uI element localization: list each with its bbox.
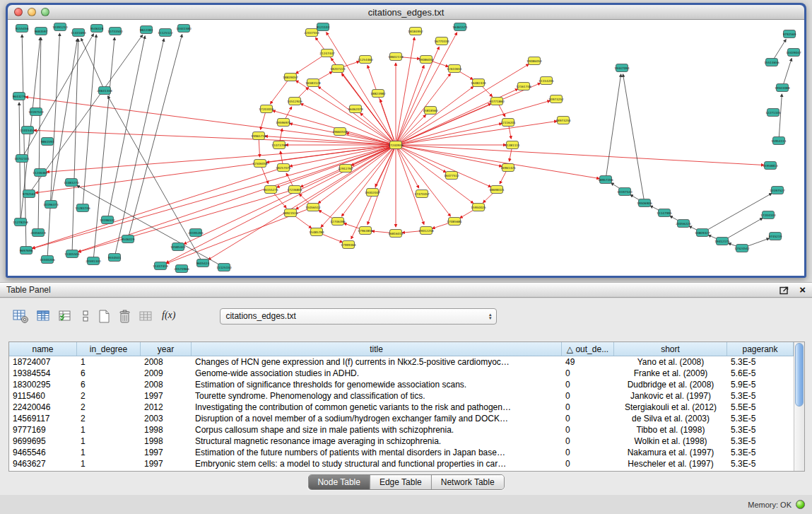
graph-node[interactable]: 9546328 <box>90 25 104 33</box>
graph-node[interactable]: 10441580 <box>176 25 192 33</box>
graph-node[interactable]: 17204103 <box>760 211 776 219</box>
graph-node[interactable]: 10197533 <box>28 108 44 116</box>
graph-edge[interactable] <box>83 35 96 208</box>
graph-node[interactable]: 9792569 <box>783 30 796 38</box>
graph-node[interactable]: 10340206 <box>40 256 55 264</box>
graph-edge[interactable] <box>22 34 94 158</box>
graph-node[interactable]: 16482434 <box>471 79 486 87</box>
graph-node[interactable]: 10771860 <box>489 98 505 105</box>
graph-edge[interactable] <box>273 110 396 145</box>
graph-node[interactable]: 20056224 <box>676 220 691 228</box>
graph-node[interactable]: 10197540 <box>617 188 632 196</box>
graph-node[interactable]: 9861593 <box>41 138 54 146</box>
graph-node[interactable]: 12912767 <box>338 165 353 173</box>
graph-node[interactable]: 9683597 <box>35 28 48 35</box>
graph-node[interactable]: 18957206 <box>598 176 613 184</box>
graph-node[interactable]: 11283746 <box>75 204 90 212</box>
table-row[interactable]: 977716911998Corpus callosum shape and si… <box>9 424 794 436</box>
graph-node[interactable]: 15485784 <box>309 228 324 236</box>
graph-node[interactable]: 18823982 <box>370 90 386 98</box>
memory-ok-indicator-icon[interactable] <box>796 500 805 509</box>
graph-node[interactable]: 17963854 <box>358 227 373 235</box>
table-row[interactable]: 1830029562008Estimation of significance … <box>9 379 794 390</box>
graph-node[interactable]: 10197527 <box>770 187 785 194</box>
table-row[interactable]: 969969511998Structural magnetic resonanc… <box>9 436 794 447</box>
graph-node[interactable]: 21247447 <box>319 49 335 57</box>
table-vertical-scrollbar[interactable] <box>794 342 804 471</box>
graph-edge[interactable] <box>396 65 424 145</box>
table-row[interactable]: 1456911722003Disruption of a novel membe… <box>9 413 794 424</box>
graph-node[interactable]: 18839057 <box>283 74 298 81</box>
table-row[interactable]: 946362711997Embryonic stem cells: a mode… <box>9 458 794 469</box>
graph-node[interactable]: 10391210 <box>52 23 68 31</box>
float-panel-icon[interactable] <box>779 285 791 295</box>
minimize-window-button[interactable] <box>28 8 36 16</box>
column-header-pagerank[interactable]: pagerank <box>727 342 794 356</box>
graph-node[interactable]: 11083270 <box>64 179 79 187</box>
graph-node[interactable]: 14512926 <box>287 98 302 105</box>
graph-node[interactable]: 18698321 <box>489 186 505 194</box>
graph-edge[interactable] <box>396 145 764 165</box>
column-header-name[interactable]: name <box>9 342 77 356</box>
graph-edge[interactable] <box>396 64 529 145</box>
graph-node[interactable]: 9745219 <box>769 233 782 240</box>
graph-node[interactable]: 16770334 <box>434 37 449 45</box>
graph-edge[interactable] <box>722 218 763 241</box>
table-row[interactable]: 1872400712008Changes of HCN gene express… <box>9 356 794 368</box>
graph-node[interactable]: 11246465 <box>33 169 48 177</box>
graph-node[interactable]: 17236801 <box>287 186 302 194</box>
graph-node[interactable]: 9550501 <box>108 254 122 262</box>
graph-node[interactable]: 10742101 <box>14 155 30 163</box>
graph-node[interactable]: 10973252 <box>548 95 564 103</box>
graph-edge[interactable] <box>396 83 541 145</box>
graph-edge[interactable] <box>606 74 621 180</box>
graph-node[interactable]: 19302047 <box>365 189 380 197</box>
row-height-icon[interactable] <box>81 309 90 324</box>
graph-node[interactable]: 16816013 <box>388 230 404 238</box>
graph-edge[interactable] <box>290 145 396 166</box>
graph-node[interactable]: 9605424 <box>196 259 210 267</box>
delete-table-icon[interactable] <box>118 309 131 324</box>
graph-node[interactable]: 9697696 <box>20 247 33 255</box>
graph-node[interactable]: 11254460 <box>358 56 373 64</box>
create-column-icon[interactable] <box>59 309 73 324</box>
graph-node[interactable]: 17470457 <box>414 190 430 198</box>
graph-node[interactable]: 11431693 <box>71 29 86 37</box>
new-table-icon[interactable] <box>98 309 110 324</box>
graph-node[interactable]: 19596971 <box>276 119 291 127</box>
import-table-icon[interactable] <box>139 309 154 324</box>
graph-node[interactable]: 12271105 <box>765 109 781 117</box>
graph-node[interactable]: 9822383 <box>140 26 153 34</box>
graph-node[interactable]: 10196373 <box>43 201 59 209</box>
graph-node[interactable]: 10809327 <box>695 229 710 237</box>
network-canvas[interactable]: 1724093418602118190860551261065116482434… <box>8 20 804 276</box>
table-selector-combobox[interactable]: citations_edges.txt ▴▾ <box>220 308 497 325</box>
graph-node[interactable]: 16461571 <box>452 23 468 31</box>
graph-node[interactable]: 19447094 <box>614 64 630 72</box>
graph-node[interactable]: 10733500 <box>107 28 123 35</box>
graph-node[interactable]: 11147995 <box>657 209 672 217</box>
graph-node[interactable]: 17203016 <box>259 105 274 113</box>
graph-edge[interactable] <box>47 33 60 259</box>
graph-node[interactable]: 18973254 <box>555 117 571 124</box>
close-panel-icon[interactable]: × <box>799 285 806 295</box>
graph-edge[interactable] <box>208 145 396 259</box>
graph-node[interactable]: 9546329 <box>122 235 135 243</box>
graph-node[interactable]: 16462079 <box>348 105 363 113</box>
graph-node[interactable]: 11381111 <box>505 141 520 149</box>
graph-node[interactable]: 9643276 <box>13 93 26 100</box>
table-row[interactable]: 911546021997Tourette syndrome. Phenomeno… <box>9 390 794 402</box>
graph-edge[interactable] <box>396 100 550 145</box>
graph-edge[interactable] <box>396 121 557 145</box>
graph-edge[interactable] <box>81 38 105 90</box>
graph-edge[interactable] <box>77 185 224 267</box>
graph-edge[interactable] <box>396 86 473 145</box>
graph-node[interactable]: 11005504 <box>64 250 80 258</box>
graph-node[interactable]: 18923514 <box>283 209 298 217</box>
graph-edge[interactable] <box>166 145 396 263</box>
graph-edge[interactable] <box>396 124 502 145</box>
graph-node[interactable]: 20570966 <box>174 265 189 273</box>
graph-node[interactable]: 12161748 <box>516 83 531 90</box>
tab-edge-table[interactable]: Edge Table <box>370 475 432 489</box>
scrollbar-thumb[interactable] <box>795 343 804 407</box>
